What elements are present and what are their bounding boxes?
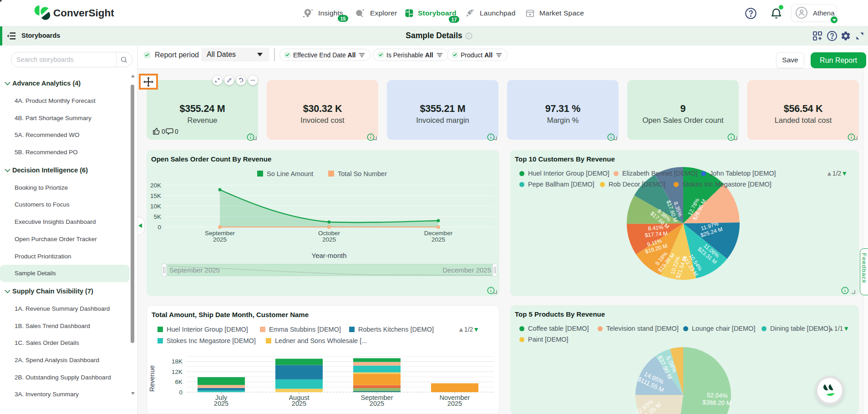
svg-text:Year-month: Year-month (312, 252, 347, 259)
svg-text:September 2025: September 2025 (169, 266, 220, 274)
svg-text:20K: 20K (150, 182, 161, 189)
svg-text:0: 0 (175, 128, 178, 135)
svg-text:2025: 2025 (431, 236, 445, 243)
svg-text:2025: 2025 (214, 400, 228, 407)
svg-text:December: December (424, 230, 453, 237)
svg-text:October: October (318, 230, 340, 237)
svg-text:2025: 2025 (370, 400, 384, 407)
svg-text:2025: 2025 (322, 236, 336, 243)
svg-text:0: 0 (157, 224, 161, 231)
svg-text:10K: 10K (150, 203, 161, 210)
svg-text:2025: 2025 (447, 400, 462, 407)
svg-text:December 2025: December 2025 (442, 266, 491, 274)
svg-text:Revenue: Revenue (148, 365, 156, 392)
svg-text:0: 0 (162, 128, 165, 135)
svg-text:12K: 12K (172, 369, 183, 375)
svg-text:5K: 5K (153, 213, 161, 220)
svg-text:52.04%$388.20 M: 52.04%$388.20 M (702, 392, 732, 407)
svg-text:6K: 6K (175, 379, 183, 385)
svg-text:18K: 18K (172, 358, 183, 365)
svg-text:2025: 2025 (292, 400, 306, 407)
svg-text:0: 0 (179, 389, 183, 396)
svg-text:2025: 2025 (213, 236, 227, 243)
svg-text:September: September (205, 230, 235, 237)
svg-text:15K: 15K (150, 192, 161, 199)
